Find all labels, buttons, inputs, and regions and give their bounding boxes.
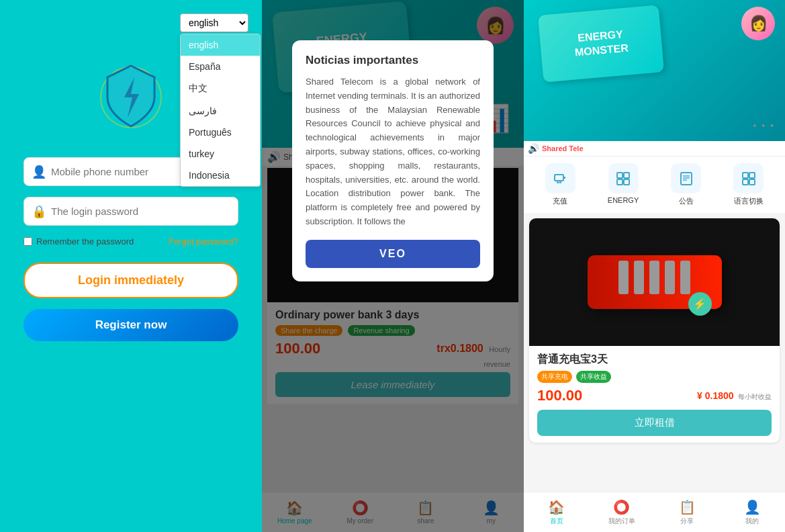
remember-label[interactable]: Remember the password bbox=[24, 236, 134, 247]
language-select[interactable]: english España 中文 فارسی Português turkey… bbox=[180, 13, 248, 32]
right-share-icon: 📋 bbox=[679, 499, 696, 515]
right-bottom-nav: 🏠 首页 ⭕ 我的订单 📋 分享 👤 我的 bbox=[524, 492, 785, 532]
icon-recharge[interactable]: 充值 bbox=[545, 163, 575, 206]
right-home-label: 首页 bbox=[550, 517, 563, 526]
lang-option-espana[interactable]: España bbox=[181, 56, 260, 77]
lang-option-chinese[interactable]: 中文 bbox=[181, 77, 260, 100]
lang-icon-svg bbox=[741, 171, 757, 187]
options-row: Remember the password Forgot password? bbox=[24, 236, 238, 247]
notice-label: 公告 bbox=[679, 196, 694, 206]
recharge-label: 充值 bbox=[553, 196, 567, 206]
modal-body: Shared Telecom is a global network of In… bbox=[306, 75, 480, 229]
cn-tags: 共享充电 共享收益 bbox=[537, 371, 772, 383]
notice-icon-svg bbox=[678, 171, 694, 187]
modal-box: Noticias importantes Shared Telecom is a… bbox=[292, 40, 494, 281]
left-panel: english España 中文 فارسی Português turkey… bbox=[0, 0, 262, 532]
right-ticker-text: Shared Tele bbox=[542, 144, 584, 152]
right-product-image: ⚡ bbox=[529, 218, 780, 346]
modal-veo-button[interactable]: VEO bbox=[306, 240, 480, 268]
right-product-card: ⚡ 普通充电宝3天 共享充电 共享收益 100.00 ¥ 0.1800 每小时收… bbox=[529, 218, 780, 443]
right-panel: ENERGYMONSTER 👩 • • • 🔊 Shared Tele 充值 bbox=[524, 0, 785, 532]
right-carousel: ENERGYMONSTER 👩 • • • bbox=[524, 0, 785, 141]
cn-lease-button[interactable]: 立即租借 bbox=[537, 410, 772, 436]
svg-rect-17 bbox=[749, 179, 755, 185]
right-avatar: 👩 bbox=[741, 7, 775, 40]
lang-icon-circle bbox=[733, 163, 764, 193]
icon-lang[interactable]: 语言切换 bbox=[733, 163, 764, 206]
logo-container bbox=[97, 60, 165, 137]
recharge-icon bbox=[552, 171, 568, 187]
language-dropdown: english España 中文 فارسی Português turkey… bbox=[180, 34, 261, 187]
cn-yen-price: ¥ 0.1800 bbox=[697, 390, 734, 401]
lang-option-portuguese[interactable]: Português bbox=[181, 122, 260, 143]
forgot-password-link[interactable]: Forgot password? bbox=[169, 236, 238, 247]
lang-option-farsi[interactable]: فارسی bbox=[181, 100, 260, 122]
svg-rect-7 bbox=[624, 173, 629, 178]
recharge-icon-circle bbox=[545, 163, 575, 193]
right-share-label: 分享 bbox=[680, 517, 694, 526]
cn-tag-share: 共享充电 bbox=[537, 371, 572, 383]
right-order-label: 我的订单 bbox=[608, 517, 635, 526]
remember-checkbox[interactable] bbox=[24, 237, 32, 246]
modal-title: Noticias importantes bbox=[306, 54, 480, 67]
icon-grid: 充值 ENERGY 公告 bbox=[524, 157, 785, 213]
icon-energy[interactable]: ENERGY bbox=[608, 163, 639, 206]
dots-menu[interactable]: • • • bbox=[753, 120, 775, 131]
password-input[interactable] bbox=[24, 197, 238, 226]
cn-price-main: 100.00 bbox=[537, 387, 582, 404]
lang-label: 语言切换 bbox=[734, 196, 764, 206]
svg-rect-1 bbox=[555, 175, 563, 181]
svg-rect-10 bbox=[681, 173, 692, 185]
svg-rect-6 bbox=[617, 173, 622, 178]
user-icon: 👤 bbox=[32, 165, 46, 179]
middle-panel: ENERGYMONSTER 👩 📊 🔊 Sha Noticias importa… bbox=[262, 0, 524, 532]
cn-price-row: 100.00 ¥ 0.1800 每小时收益 bbox=[537, 387, 772, 404]
svg-rect-15 bbox=[749, 173, 755, 178]
right-energy-text: ENERGYMONSTER bbox=[573, 28, 629, 60]
notice-icon-circle bbox=[671, 163, 701, 193]
right-nav-order[interactable]: ⭕ 我的订单 bbox=[589, 492, 654, 532]
svg-rect-14 bbox=[743, 173, 748, 178]
right-audio-icon: 🔊 bbox=[528, 143, 539, 154]
right-product-info: 普通充电宝3天 共享充电 共享收益 100.00 ¥ 0.1800 每小时收益 … bbox=[529, 346, 780, 443]
svg-rect-2 bbox=[563, 177, 565, 179]
right-nav-share[interactable]: 📋 分享 bbox=[655, 492, 720, 532]
energy-label: ENERGY bbox=[608, 196, 639, 204]
icon-notice[interactable]: 公告 bbox=[671, 163, 701, 206]
password-input-group: 🔒 bbox=[24, 197, 238, 226]
svg-rect-16 bbox=[743, 179, 748, 185]
cn-price-right: ¥ 0.1800 每小时收益 bbox=[697, 390, 772, 402]
cn-product-title: 普通充电宝3天 bbox=[537, 353, 772, 367]
svg-rect-9 bbox=[624, 179, 629, 185]
register-button[interactable]: Register now bbox=[24, 309, 238, 341]
svg-rect-8 bbox=[617, 179, 622, 185]
lang-option-english[interactable]: english bbox=[181, 34, 260, 56]
cn-per-hour: 每小时收益 bbox=[738, 393, 772, 400]
lock-icon: 🔒 bbox=[32, 204, 46, 219]
right-ticker: 🔊 Shared Tele bbox=[524, 141, 785, 157]
right-home-icon: 🏠 bbox=[548, 499, 565, 515]
right-my-label: 我的 bbox=[745, 517, 759, 526]
right-order-icon: ⭕ bbox=[613, 499, 630, 515]
cn-tag-revenue: 共享收益 bbox=[576, 371, 611, 383]
login-button[interactable]: Login immediately bbox=[24, 263, 238, 298]
right-nav-home[interactable]: 🏠 首页 bbox=[524, 492, 589, 532]
lang-option-indonesia[interactable]: Indonesia bbox=[181, 165, 260, 186]
right-nav-my[interactable]: 👤 我的 bbox=[720, 492, 785, 532]
right-energy-card: ENERGYMONSTER bbox=[538, 5, 664, 82]
shield-logo bbox=[97, 60, 165, 134]
modal-overlay: Noticias importantes Shared Telecom is a… bbox=[262, 0, 524, 532]
energy-icon-circle bbox=[608, 163, 639, 193]
right-my-icon: 👤 bbox=[744, 499, 761, 515]
lang-option-turkey[interactable]: turkey bbox=[181, 143, 260, 165]
energy-icon-svg bbox=[615, 171, 631, 187]
language-selector-wrapper: english España 中文 فارسی Português turkey… bbox=[180, 13, 248, 32]
